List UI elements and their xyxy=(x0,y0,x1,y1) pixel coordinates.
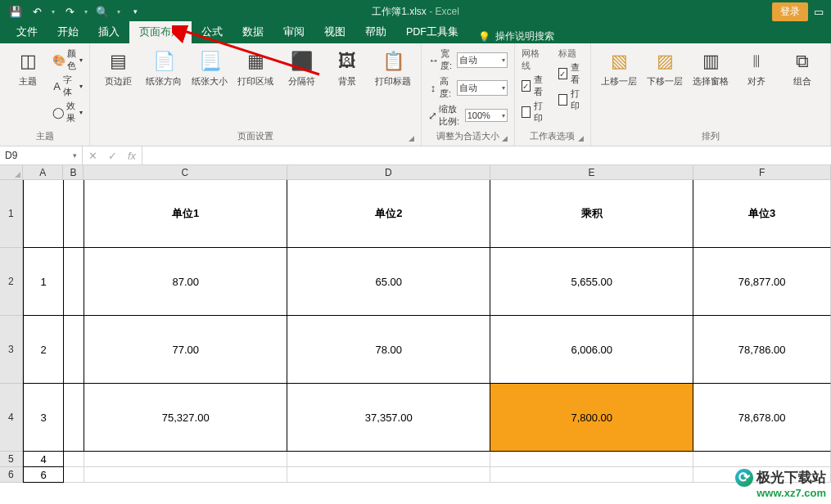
print-area-button[interactable]: ▦打印区域 xyxy=(234,47,277,88)
cell[interactable]: 75,327.00 xyxy=(84,384,287,452)
cell[interactable] xyxy=(287,452,490,467)
cell[interactable]: 单位3 xyxy=(693,180,831,248)
cell[interactable] xyxy=(693,467,831,483)
cell[interactable] xyxy=(64,316,84,384)
cell[interactable]: 87.00 xyxy=(84,248,287,316)
dialog-launcher-icon[interactable]: ◢ xyxy=(578,134,584,142)
gridlines-view-checkbox[interactable]: ✓查看 xyxy=(522,74,547,98)
tab-data[interactable]: 数据 xyxy=(233,21,273,43)
enter-icon[interactable]: ✓ xyxy=(102,150,122,162)
tab-home[interactable]: 开始 xyxy=(47,21,88,43)
scale-combo[interactable]: 100%▾ xyxy=(465,109,508,122)
tab-formulas[interactable]: 公式 xyxy=(192,21,233,43)
print-preview-icon[interactable]: 🔍 xyxy=(95,4,110,19)
align-button[interactable]: ⫴对齐 xyxy=(735,47,778,88)
print-titles-button[interactable]: 📋打印标题 xyxy=(372,47,414,88)
select-all-corner[interactable] xyxy=(0,165,23,180)
row-header[interactable]: 5 xyxy=(0,452,23,467)
undo-icon[interactable]: ↶ xyxy=(29,4,44,19)
size-button[interactable]: 📃纸张大小 xyxy=(188,47,231,88)
row-header[interactable]: 1 xyxy=(0,180,23,248)
cell[interactable]: 2 xyxy=(23,316,65,384)
cell[interactable] xyxy=(64,180,84,248)
cell[interactable]: 乘积 xyxy=(490,180,693,248)
cell[interactable] xyxy=(64,384,84,452)
tab-view[interactable]: 视图 xyxy=(314,21,355,43)
cell[interactable] xyxy=(84,452,287,467)
row-header[interactable]: 6 xyxy=(0,467,23,483)
gridlines-print-checkbox[interactable]: 打印 xyxy=(522,100,547,124)
margins-button[interactable]: ▤页边距 xyxy=(97,47,139,88)
themes-button[interactable]: ◫ 主题 xyxy=(7,47,49,88)
name-box[interactable]: D9▾ xyxy=(0,146,83,164)
cell[interactable] xyxy=(693,452,831,467)
headings-view-checkbox[interactable]: ✓查看 xyxy=(558,61,584,86)
tab-page-layout[interactable]: 页面布局 xyxy=(129,21,192,43)
cell[interactable] xyxy=(287,467,490,483)
cell[interactable]: 1 xyxy=(23,248,65,316)
theme-effects[interactable]: ◯效果▾ xyxy=(52,99,83,125)
cell[interactable]: 65.00 xyxy=(287,248,490,316)
cell[interactable] xyxy=(64,467,84,483)
tab-insert[interactable]: 插入 xyxy=(88,21,129,43)
col-header[interactable]: E xyxy=(490,165,693,180)
cell[interactable] xyxy=(23,180,65,248)
login-button[interactable]: 登录 xyxy=(772,2,808,21)
cell[interactable]: 76,877.00 xyxy=(693,248,831,316)
col-header[interactable]: F xyxy=(693,165,831,180)
fx-icon[interactable]: fx xyxy=(122,150,142,162)
cell[interactable] xyxy=(84,467,287,483)
cell[interactable]: 78,786.00 xyxy=(693,316,831,384)
dialog-launcher-icon[interactable]: ◢ xyxy=(502,134,508,142)
bring-forward-button[interactable]: ▧上移一层 xyxy=(598,47,640,88)
ribbon-options-icon[interactable]: ▭ xyxy=(811,4,826,19)
orientation-button[interactable]: 📄纸张方向 xyxy=(142,47,185,88)
cancel-icon[interactable]: ✕ xyxy=(83,150,102,162)
formula-input[interactable] xyxy=(142,146,831,164)
tab-review[interactable]: 审阅 xyxy=(273,21,314,43)
tab-file[interactable]: 文件 xyxy=(7,21,47,43)
cell[interactable]: 6 xyxy=(23,467,65,483)
send-backward-button[interactable]: ▨下移一层 xyxy=(644,47,686,88)
group-button[interactable]: ⧉组合 xyxy=(781,47,824,88)
cell[interactable]: 5,655.00 xyxy=(490,248,693,316)
cell[interactable]: 4 xyxy=(23,452,65,467)
cell[interactable]: 77.00 xyxy=(84,316,287,384)
theme-fonts[interactable]: A字体▾ xyxy=(52,73,83,99)
gridlines-heading: 网格线 xyxy=(522,47,547,73)
headings-print-checkbox[interactable]: 打印 xyxy=(558,88,584,112)
selection-pane-button[interactable]: ▥选择窗格 xyxy=(689,47,732,88)
cell[interactable] xyxy=(64,248,84,316)
row-header[interactable]: 3 xyxy=(0,316,23,384)
cell[interactable] xyxy=(64,452,84,467)
cell[interactable] xyxy=(490,452,693,467)
dialog-launcher-icon[interactable]: ◢ xyxy=(409,134,414,142)
theme-colors[interactable]: 🎨颜色▾ xyxy=(52,47,83,73)
cell-highlighted[interactable]: 7,800.00 xyxy=(490,384,693,452)
background-button[interactable]: 🖼背景 xyxy=(326,47,368,88)
cell[interactable]: 78,678.00 xyxy=(693,384,831,452)
cell[interactable]: 78.00 xyxy=(287,316,490,384)
cell[interactable]: 单位2 xyxy=(287,180,490,248)
col-header[interactable]: B xyxy=(63,165,84,180)
tell-me[interactable]: 💡操作说明搜索 xyxy=(478,29,554,43)
cell[interactable]: 3 xyxy=(23,384,65,452)
cell[interactable]: 6,006.00 xyxy=(490,316,693,384)
cell[interactable] xyxy=(490,467,693,483)
qat-customize-icon[interactable]: ▾ xyxy=(128,4,142,19)
row-header[interactable]: 4 xyxy=(0,384,23,452)
tab-help[interactable]: 帮助 xyxy=(355,21,396,43)
bring-forward-icon: ▧ xyxy=(606,48,632,74)
height-combo[interactable]: 自动▾ xyxy=(457,80,508,96)
redo-icon[interactable]: ↷ xyxy=(62,4,77,19)
col-header[interactable]: D xyxy=(287,165,490,180)
breaks-button[interactable]: ⬛分隔符 xyxy=(280,47,323,88)
cell[interactable]: 单位1 xyxy=(84,180,287,248)
save-icon[interactable]: 💾 xyxy=(8,4,23,19)
row-header[interactable]: 2 xyxy=(0,248,23,316)
col-header[interactable]: A xyxy=(23,165,64,180)
cell[interactable]: 37,357.00 xyxy=(287,384,490,452)
tab-pdf[interactable]: PDF工具集 xyxy=(396,21,468,43)
col-header[interactable]: C xyxy=(84,165,287,180)
width-combo[interactable]: 自动▾ xyxy=(457,52,508,68)
